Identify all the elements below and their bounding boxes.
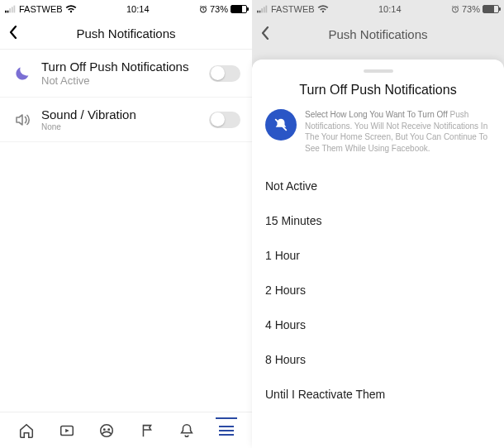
signal-icon <box>5 5 17 13</box>
watch-icon <box>59 422 75 439</box>
duration-option[interactable]: Until I Reactivate Them <box>265 377 491 412</box>
menu-icon <box>219 426 234 436</box>
battery-pct-label: 73% <box>210 4 228 14</box>
page-title: Push Notifications <box>252 27 504 41</box>
modal-description: Select How Long You Want To Turn Off Pus… <box>305 109 491 154</box>
svg-rect-14 <box>266 6 268 13</box>
toggle-push-off[interactable] <box>209 65 240 82</box>
nav-menu[interactable] <box>219 426 234 436</box>
alarm-icon <box>199 5 207 13</box>
clock-label: 10:14 <box>378 4 402 14</box>
nav-watch[interactable] <box>59 422 75 439</box>
svg-rect-1 <box>7 11 9 13</box>
duration-option[interactable]: 8 Hours <box>265 342 491 377</box>
header: Push Notifications <box>252 18 504 50</box>
modal-title: Turn Off Push Notifications <box>265 83 491 98</box>
svg-point-8 <box>103 428 106 431</box>
status-left: FASTWEB <box>257 4 329 14</box>
row-title: Turn Off Push Notifications <box>41 60 209 74</box>
back-button[interactable] <box>260 25 270 44</box>
battery-icon <box>483 5 499 13</box>
bottom-nav <box>0 412 252 448</box>
duration-option[interactable]: 15 Minutes <box>265 203 491 238</box>
chevron-left-icon <box>260 26 270 40</box>
screen-settings: FASTWEB 10:14 73% Push Notifications Tur… <box>0 0 252 448</box>
svg-rect-3 <box>12 7 13 12</box>
duration-modal: Turn Off Push Notifications Select How L… <box>252 60 504 448</box>
row-turn-off-push[interactable]: Turn Off Push Notifications Not Active <box>0 50 252 98</box>
carrier-label: FASTWEB <box>271 4 315 14</box>
duration-option-list: Not Active15 Minutes1 Hour2 Hours4 Hours… <box>265 169 491 412</box>
nav-notifications[interactable] <box>178 422 195 439</box>
svg-point-7 <box>101 424 113 436</box>
bell-off-icon <box>265 109 297 141</box>
home-icon <box>18 422 35 439</box>
status-left: FASTWEB <box>5 4 77 14</box>
svg-rect-4 <box>14 6 16 13</box>
speaker-icon <box>12 112 33 128</box>
toggle-sound-vibration[interactable] <box>209 112 240 128</box>
battery-icon <box>231 5 247 13</box>
chevron-left-icon <box>8 26 18 39</box>
duration-option[interactable]: 4 Hours <box>265 307 491 342</box>
row-sound-vibration[interactable]: Sound / Vibration None <box>0 98 252 142</box>
svg-rect-0 <box>5 11 7 13</box>
row-subtitle: Not Active <box>41 74 209 87</box>
wifi-icon <box>65 5 77 13</box>
flag-icon <box>139 422 155 439</box>
duration-option[interactable]: 2 Hours <box>265 273 491 307</box>
nav-flag[interactable] <box>139 422 155 439</box>
battery-pct-label: 73% <box>462 4 480 14</box>
screen-modal: FASTWEB 10:14 73% Push Notifications Tur… <box>252 0 504 448</box>
groups-icon <box>98 422 115 439</box>
svg-rect-10 <box>257 11 259 13</box>
alarm-icon <box>451 5 459 13</box>
svg-rect-13 <box>264 7 265 12</box>
page-title: Push Notifications <box>0 26 252 41</box>
modal-grabber[interactable] <box>364 69 393 73</box>
clock-label: 10:14 <box>126 4 150 14</box>
svg-point-9 <box>108 428 111 431</box>
status-right: 73% <box>451 4 499 14</box>
status-right: 73% <box>199 4 247 14</box>
svg-rect-12 <box>261 8 263 12</box>
row-body: Sound / Vibration None <box>41 107 209 131</box>
duration-option[interactable]: Not Active <box>265 169 491 203</box>
bell-icon <box>178 422 195 439</box>
row-title: Sound / Vibration <box>41 107 209 122</box>
svg-rect-11 <box>259 11 261 13</box>
header: Push Notifications <box>0 18 252 50</box>
svg-rect-2 <box>9 8 11 12</box>
status-bar: FASTWEB 10:14 73% <box>0 0 252 18</box>
back-button[interactable] <box>8 24 18 43</box>
nav-home[interactable] <box>18 422 35 439</box>
duration-option[interactable]: 1 Hour <box>265 238 491 273</box>
status-bar: FASTWEB 10:14 73% <box>252 0 504 18</box>
carrier-label: FASTWEB <box>19 4 63 14</box>
signal-icon <box>257 5 269 13</box>
moon-icon <box>12 66 33 81</box>
wifi-icon <box>317 5 329 13</box>
nav-groups[interactable] <box>98 422 115 439</box>
modal-header-row: Select How Long You Want To Turn Off Pus… <box>265 109 491 154</box>
row-body: Turn Off Push Notifications Not Active <box>41 60 209 87</box>
modal-desc-lead: Select How Long You Want To Turn Off <box>305 110 448 119</box>
row-subtitle: None <box>41 122 209 131</box>
